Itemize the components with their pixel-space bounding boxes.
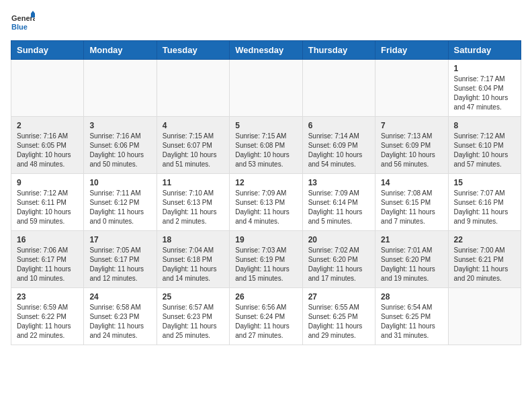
calendar-cell: 25Sunrise: 6:57 AM Sunset: 6:23 PM Dayli…	[157, 288, 229, 345]
day-info: Sunrise: 6:55 AM Sunset: 6:25 PM Dayligh…	[308, 303, 369, 340]
calendar-week-2: 2Sunrise: 7:16 AM Sunset: 6:05 PM Daylig…	[11, 117, 521, 174]
calendar-cell: 24Sunrise: 6:58 AM Sunset: 6:23 PM Dayli…	[84, 288, 157, 345]
calendar-cell: 17Sunrise: 7:05 AM Sunset: 6:17 PM Dayli…	[84, 231, 157, 288]
svg-marker-3	[31, 11, 35, 13]
day-info: Sunrise: 7:15 AM Sunset: 6:08 PM Dayligh…	[235, 132, 296, 169]
logo: General Blue	[11, 11, 35, 35]
calendar-cell	[302, 60, 375, 117]
day-info: Sunrise: 7:12 AM Sunset: 6:10 PM Dayligh…	[454, 132, 515, 169]
svg-rect-4	[31, 13, 35, 17]
calendar-cell: 15Sunrise: 7:07 AM Sunset: 6:16 PM Dayli…	[448, 174, 521, 231]
calendar-cell: 23Sunrise: 6:59 AM Sunset: 6:22 PM Dayli…	[11, 288, 84, 345]
calendar-cell: 5Sunrise: 7:15 AM Sunset: 6:08 PM Daylig…	[230, 117, 302, 174]
calendar-cell: 20Sunrise: 7:02 AM Sunset: 6:20 PM Dayli…	[302, 231, 375, 288]
day-number: 26	[235, 292, 296, 302]
day-number: 18	[163, 235, 224, 244]
day-info: Sunrise: 6:54 AM Sunset: 6:25 PM Dayligh…	[381, 303, 442, 340]
day-number: 9	[17, 178, 78, 187]
day-info: Sunrise: 7:04 AM Sunset: 6:18 PM Dayligh…	[163, 246, 224, 283]
calendar-cell	[230, 60, 302, 117]
day-number: 6	[308, 121, 369, 130]
day-header-thursday: Thursday	[302, 41, 375, 60]
day-number: 23	[17, 292, 78, 302]
day-number: 2	[17, 121, 78, 130]
calendar-cell: 16Sunrise: 7:06 AM Sunset: 6:17 PM Dayli…	[11, 231, 84, 288]
day-info: Sunrise: 7:00 AM Sunset: 6:21 PM Dayligh…	[454, 246, 515, 283]
day-number: 14	[381, 178, 442, 187]
day-number: 8	[454, 121, 515, 130]
day-number: 4	[163, 121, 224, 130]
day-info: Sunrise: 7:07 AM Sunset: 6:16 PM Dayligh…	[454, 189, 515, 226]
calendar-cell: 2Sunrise: 7:16 AM Sunset: 6:05 PM Daylig…	[11, 117, 84, 174]
day-info: Sunrise: 7:06 AM Sunset: 6:17 PM Dayligh…	[17, 246, 78, 283]
page-header: General Blue	[11, 11, 521, 35]
day-info: Sunrise: 7:09 AM Sunset: 6:13 PM Dayligh…	[235, 189, 296, 226]
day-header-friday: Friday	[375, 41, 448, 60]
day-info: Sunrise: 7:10 AM Sunset: 6:13 PM Dayligh…	[163, 189, 224, 226]
logo-svg: General Blue	[11, 11, 35, 35]
day-info: Sunrise: 6:59 AM Sunset: 6:22 PM Dayligh…	[17, 303, 78, 340]
day-info: Sunrise: 7:13 AM Sunset: 6:09 PM Dayligh…	[381, 132, 442, 169]
calendar-cell: 22Sunrise: 7:00 AM Sunset: 6:21 PM Dayli…	[448, 231, 521, 288]
calendar-cell: 27Sunrise: 6:55 AM Sunset: 6:25 PM Dayli…	[302, 288, 375, 345]
day-info: Sunrise: 7:17 AM Sunset: 6:04 PM Dayligh…	[454, 75, 515, 112]
day-number: 24	[89, 292, 150, 302]
calendar-cell: 1Sunrise: 7:17 AM Sunset: 6:04 PM Daylig…	[448, 60, 521, 117]
calendar-cell	[11, 60, 84, 117]
day-number: 5	[235, 121, 296, 130]
day-info: Sunrise: 7:14 AM Sunset: 6:09 PM Dayligh…	[308, 132, 369, 169]
calendar-cell: 10Sunrise: 7:11 AM Sunset: 6:12 PM Dayli…	[84, 174, 157, 231]
calendar-cell: 13Sunrise: 7:09 AM Sunset: 6:14 PM Dayli…	[302, 174, 375, 231]
day-number: 20	[308, 235, 369, 244]
calendar-cell	[84, 60, 157, 117]
svg-text:Blue: Blue	[11, 23, 28, 31]
day-number: 21	[381, 235, 442, 244]
calendar-cell: 21Sunrise: 7:01 AM Sunset: 6:20 PM Dayli…	[375, 231, 448, 288]
day-info: Sunrise: 7:09 AM Sunset: 6:14 PM Dayligh…	[308, 189, 369, 226]
calendar-cell	[157, 60, 229, 117]
calendar-cell: 12Sunrise: 7:09 AM Sunset: 6:13 PM Dayli…	[230, 174, 302, 231]
calendar-cell: 3Sunrise: 7:16 AM Sunset: 6:06 PM Daylig…	[84, 117, 157, 174]
day-header-saturday: Saturday	[448, 41, 521, 60]
day-info: Sunrise: 7:11 AM Sunset: 6:12 PM Dayligh…	[89, 189, 150, 226]
calendar-cell: 6Sunrise: 7:14 AM Sunset: 6:09 PM Daylig…	[302, 117, 375, 174]
day-info: Sunrise: 7:15 AM Sunset: 6:07 PM Dayligh…	[163, 132, 224, 169]
calendar-cell: 14Sunrise: 7:08 AM Sunset: 6:15 PM Dayli…	[375, 174, 448, 231]
calendar-header-row: SundayMondayTuesdayWednesdayThursdayFrid…	[11, 41, 521, 60]
calendar-cell: 11Sunrise: 7:10 AM Sunset: 6:13 PM Dayli…	[157, 174, 229, 231]
day-header-tuesday: Tuesday	[157, 41, 229, 60]
day-number: 1	[454, 64, 515, 73]
day-number: 13	[308, 178, 369, 187]
day-info: Sunrise: 6:56 AM Sunset: 6:24 PM Dayligh…	[235, 303, 296, 340]
day-info: Sunrise: 7:16 AM Sunset: 6:05 PM Dayligh…	[17, 132, 78, 169]
day-number: 10	[89, 178, 150, 187]
day-number: 3	[89, 121, 150, 130]
day-number: 16	[17, 235, 78, 244]
calendar-week-4: 16Sunrise: 7:06 AM Sunset: 6:17 PM Dayli…	[11, 231, 521, 288]
day-number: 11	[163, 178, 224, 187]
day-info: Sunrise: 7:01 AM Sunset: 6:20 PM Dayligh…	[381, 246, 442, 283]
day-number: 17	[89, 235, 150, 244]
day-info: Sunrise: 7:16 AM Sunset: 6:06 PM Dayligh…	[89, 132, 150, 169]
day-info: Sunrise: 7:02 AM Sunset: 6:20 PM Dayligh…	[308, 246, 369, 283]
calendar-table: SundayMondayTuesdayWednesdayThursdayFrid…	[11, 40, 521, 345]
calendar-cell	[375, 60, 448, 117]
day-info: Sunrise: 7:03 AM Sunset: 6:19 PM Dayligh…	[235, 246, 296, 283]
calendar-cell: 4Sunrise: 7:15 AM Sunset: 6:07 PM Daylig…	[157, 117, 229, 174]
day-number: 28	[381, 292, 442, 302]
calendar-cell: 9Sunrise: 7:12 AM Sunset: 6:11 PM Daylig…	[11, 174, 84, 231]
day-number: 27	[308, 292, 369, 302]
day-number: 22	[454, 235, 515, 244]
calendar-cell: 28Sunrise: 6:54 AM Sunset: 6:25 PM Dayli…	[375, 288, 448, 345]
day-number: 25	[163, 292, 224, 302]
day-info: Sunrise: 6:57 AM Sunset: 6:23 PM Dayligh…	[163, 303, 224, 340]
day-info: Sunrise: 7:05 AM Sunset: 6:17 PM Dayligh…	[89, 246, 150, 283]
day-number: 7	[381, 121, 442, 130]
day-header-monday: Monday	[84, 41, 157, 60]
day-info: Sunrise: 7:12 AM Sunset: 6:11 PM Dayligh…	[17, 189, 78, 226]
calendar-cell: 26Sunrise: 6:56 AM Sunset: 6:24 PM Dayli…	[230, 288, 302, 345]
calendar-cell: 19Sunrise: 7:03 AM Sunset: 6:19 PM Dayli…	[230, 231, 302, 288]
calendar-cell: 18Sunrise: 7:04 AM Sunset: 6:18 PM Dayli…	[157, 231, 229, 288]
calendar-cell: 8Sunrise: 7:12 AM Sunset: 6:10 PM Daylig…	[448, 117, 521, 174]
day-number: 15	[454, 178, 515, 187]
